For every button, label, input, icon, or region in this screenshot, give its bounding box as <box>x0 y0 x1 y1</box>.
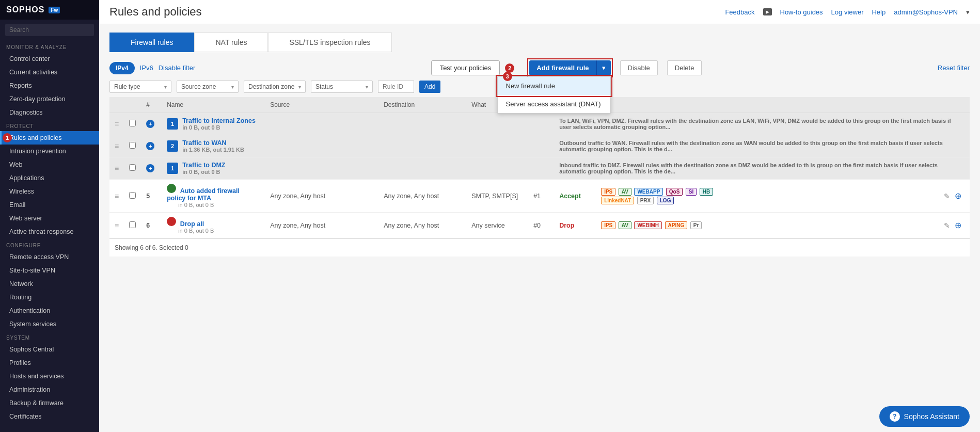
sidebar-item-web[interactable]: Web <box>0 158 99 171</box>
group-description: To LAN, WiFi, VPN, DMZ. Firewall rules w… <box>554 113 970 135</box>
sidebar-item-administration[interactable]: Administration <box>0 383 99 396</box>
add-filter-btn[interactable]: Add <box>419 81 440 93</box>
sidebar-item-reports[interactable]: Reports <box>0 79 99 92</box>
disable-filter-link[interactable]: Disable filter <box>159 64 196 72</box>
video-icon: ▶ <box>763 8 772 15</box>
drag-handle-icon[interactable]: ≡ <box>115 142 119 150</box>
th-checkbox <box>124 97 141 113</box>
disable-btn[interactable]: Disable <box>620 60 658 75</box>
drag-handle-icon[interactable]: ≡ <box>115 221 119 230</box>
status-arrow-icon: ▾ <box>366 84 368 90</box>
add-firewall-rule-btn[interactable]: Add firewall rule <box>529 60 596 75</box>
drag-handle-icon[interactable]: ≡ <box>115 192 119 200</box>
checkbox-cell <box>124 113 141 135</box>
row-checkbox[interactable] <box>129 221 136 228</box>
th-drag <box>109 97 124 113</box>
sidebar-item-remote-access-vpn[interactable]: Remote access VPN <box>0 250 99 264</box>
sophos-assistant-btn[interactable]: ? Sophos Assistant <box>879 406 970 427</box>
rule-id-input[interactable] <box>378 81 414 93</box>
th-tags <box>595 97 939 113</box>
server-access-assistant-option[interactable]: Server access assistant (DNAT) <box>498 95 610 113</box>
group-name[interactable]: Traffic to WAN <box>182 139 244 147</box>
ipv4-filter-btn[interactable]: IPv4 <box>109 62 135 74</box>
group-name[interactable]: Traffic to DMZ <box>182 162 225 169</box>
log-viewer-link[interactable]: Log viewer <box>831 8 864 16</box>
showing-text: Showing 6 of 6. Selected 0 <box>109 238 970 257</box>
more-options-icon[interactable]: ⊕ <box>955 191 961 200</box>
tag-pr: Pr <box>690 221 702 229</box>
edit-icon[interactable]: ✎ <box>944 192 950 200</box>
sidebar-item-wireless[interactable]: Wireless <box>0 185 99 198</box>
sidebar-item-backup-firmware[interactable]: Backup & firmware <box>0 396 99 410</box>
sidebar-item-control-center[interactable]: Control center <box>0 52 99 66</box>
new-firewall-rule-option[interactable]: New firewall rule <box>498 77 610 95</box>
reset-filter-link[interactable]: Reset filter <box>938 64 970 72</box>
rule-name-link[interactable]: Auto added firewall policy for MTA <box>167 187 240 202</box>
content-area: Firewall rules NAT rules SSL/TLS inspect… <box>99 24 980 401</box>
tab-ssl-tls[interactable]: SSL/TLS inspection rules <box>268 33 391 52</box>
sidebar-item-applications[interactable]: Applications <box>0 171 99 185</box>
destination-zone-filter[interactable]: Destination zone ▾ <box>244 81 306 93</box>
rule-type-filter[interactable]: Rule type ▾ <box>109 81 171 93</box>
row-checkbox[interactable] <box>129 164 136 171</box>
sidebar-item-web-server[interactable]: Web server <box>0 212 99 225</box>
sidebar-item-email[interactable]: Email <box>0 198 99 212</box>
sidebar-item-profiles[interactable]: Profiles <box>0 356 99 370</box>
rule-name-link[interactable]: Drop all <box>180 220 204 228</box>
rule-status-icon <box>167 184 176 193</box>
source-zone-arrow-icon: ▾ <box>231 84 234 90</box>
admin-dropdown-icon[interactable]: ▾ <box>966 8 970 16</box>
edit-icon[interactable]: ✎ <box>944 221 950 230</box>
num-cell: + <box>141 135 162 157</box>
drag-handle-icon[interactable]: ≡ <box>115 120 119 128</box>
admin-link[interactable]: admin@Sophos-VPN <box>894 8 958 16</box>
rule-subtitle: in 0 B, out 0 B <box>178 202 260 208</box>
group-name[interactable]: Traffic to Internal Zones <box>182 117 256 124</box>
search-input[interactable] <box>5 24 94 36</box>
add-firewall-rule-dropdown-btn[interactable]: ▾ <box>597 60 611 75</box>
sidebar-item-intrusion-prevention[interactable]: Intrusion prevention <box>0 145 99 158</box>
destination-cell: Any zone, Any host <box>378 213 466 238</box>
expand-icon[interactable]: + <box>146 142 154 150</box>
status-filter[interactable]: Status ▾ <box>311 81 373 93</box>
row-checkbox[interactable] <box>129 142 136 149</box>
row-checkbox[interactable] <box>129 120 136 126</box>
sidebar-item-rules-and-policies[interactable]: 1Rules and policies <box>0 131 99 145</box>
ipv6-filter-link[interactable]: IPv6 <box>140 64 153 72</box>
drag-cell: ≡ <box>109 213 124 238</box>
source-zone-filter[interactable]: Source zone ▾ <box>177 81 239 93</box>
help-link[interactable]: Help <box>872 8 886 16</box>
rules-table: # Name Source Destination What Action ≡ … <box>109 97 970 238</box>
logo-text: SOPHOS <box>6 5 44 14</box>
sidebar-item-hosts-and-services[interactable]: Hosts and services <box>0 370 99 383</box>
drag-handle-icon[interactable]: ≡ <box>115 164 119 172</box>
sidebar-item-authentication[interactable]: Authentication <box>0 304 99 317</box>
sidebar-item-zero-day[interactable]: Zero-day protection <box>0 92 99 106</box>
source-cell: Any zone, Any host <box>265 213 378 238</box>
sidebar-item-network[interactable]: Network <box>0 277 99 291</box>
how-to-guides-link[interactable]: How-to guides <box>780 8 823 16</box>
table-row: ≡ 6 Drop all in 0 B, out 0 B Any zone, A… <box>109 213 970 238</box>
feedback-link[interactable]: Feedback <box>725 8 754 16</box>
expand-icon[interactable]: + <box>146 164 154 172</box>
sidebar-item-routing[interactable]: Routing <box>0 291 99 304</box>
group-subtitle: in 1.36 KB, out 1.91 KB <box>182 147 244 153</box>
th-num: # <box>141 97 162 113</box>
sidebar-item-sophos-central[interactable]: Sophos Central <box>0 343 99 356</box>
expand-icon[interactable]: + <box>146 120 154 128</box>
tab-firewall-rules[interactable]: Firewall rules <box>109 33 194 52</box>
sidebar-item-site-to-site-vpn[interactable]: Site-to-site VPN <box>0 264 99 277</box>
group-name-cell: 2 Traffic to WAN in 1.36 KB, out 1.91 KB <box>162 135 554 157</box>
sidebar-item-active-threat[interactable]: Active threat response <box>0 225 99 238</box>
sidebar-item-system-services[interactable]: System services <box>0 317 99 331</box>
delete-btn[interactable]: Delete <box>667 60 702 75</box>
sidebar-item-diagnostics[interactable]: Diagnostics <box>0 106 99 119</box>
sidebar-item-certificates[interactable]: Certificates <box>0 410 99 423</box>
sidebar-item-current-activities[interactable]: Current activities <box>0 66 99 79</box>
more-options-icon[interactable]: ⊕ <box>955 221 961 230</box>
row-checkbox[interactable] <box>129 192 136 199</box>
drag-cell: ≡ <box>109 180 124 213</box>
test-policies-btn[interactable]: Test your policies <box>431 60 500 75</box>
num-cell: 5 <box>141 180 162 213</box>
tab-nat-rules[interactable]: NAT rules <box>194 33 268 52</box>
